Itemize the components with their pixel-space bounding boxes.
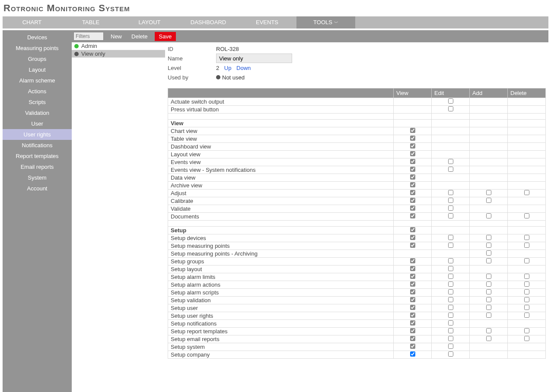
- rights-checkbox[interactable]: [524, 213, 529, 218]
- rights-checkbox[interactable]: [486, 313, 491, 318]
- rights-checkbox[interactable]: [486, 289, 491, 294]
- rights-checkbox[interactable]: [524, 281, 529, 287]
- sidebar-item-validation[interactable]: Validation: [3, 107, 72, 118]
- section-header: Setup: [168, 227, 394, 234]
- top-nav-table[interactable]: TABLE: [61, 16, 120, 28]
- new-button[interactable]: New: [108, 32, 124, 41]
- right-label: Layout view: [168, 151, 394, 158]
- top-nav-tools[interactable]: TOOLS﹀: [296, 16, 355, 28]
- rights-checkbox[interactable]: [448, 320, 453, 326]
- right-label: Events view: [168, 158, 394, 166]
- rights-checkbox[interactable]: [448, 328, 453, 333]
- rights-checkbox[interactable]: [486, 198, 491, 203]
- rights-checkbox[interactable]: [448, 190, 453, 195]
- rights-checkbox[interactable]: [486, 328, 491, 333]
- rights-checkbox[interactable]: [448, 235, 453, 240]
- level-up-link[interactable]: Up: [224, 65, 232, 71]
- rights-checkbox[interactable]: [524, 235, 529, 240]
- rights-checkbox[interactable]: [448, 289, 453, 294]
- rights-checkbox[interactable]: [524, 336, 529, 341]
- rights-checkbox: [410, 336, 415, 341]
- rights-checkbox[interactable]: [448, 106, 453, 111]
- rights-checkbox[interactable]: [524, 274, 529, 279]
- rights-checkbox[interactable]: [486, 297, 491, 302]
- rights-checkbox[interactable]: [524, 258, 529, 263]
- top-nav-chart[interactable]: CHART: [3, 16, 61, 28]
- sidebar-item-user-rights[interactable]: User rights: [3, 129, 72, 140]
- right-label: Setup measuring points: [168, 242, 394, 250]
- rights-checkbox[interactable]: [448, 297, 453, 302]
- right-label: Documents: [168, 213, 394, 221]
- sidebar-item-actions[interactable]: Actions: [3, 86, 72, 97]
- rights-checkbox[interactable]: [524, 305, 529, 310]
- rights-checkbox[interactable]: [448, 205, 453, 211]
- rights-checkbox[interactable]: [486, 281, 491, 287]
- status-dot-icon: [74, 52, 79, 56]
- sidebar-item-scripts[interactable]: Scripts: [3, 97, 72, 107]
- save-button[interactable]: Save: [155, 32, 176, 41]
- sidebar-item-measuring-points[interactable]: Measuring points: [3, 43, 72, 54]
- rights-checkbox[interactable]: [448, 351, 453, 357]
- rights-checkbox[interactable]: [448, 159, 453, 164]
- rights-checkbox[interactable]: [486, 305, 491, 310]
- right-label: Setup devices: [168, 234, 394, 242]
- rights-checkbox[interactable]: [448, 266, 453, 271]
- rights-checkbox[interactable]: [448, 243, 453, 248]
- rights-checkbox[interactable]: [448, 281, 453, 287]
- rights-checkbox[interactable]: [448, 274, 453, 279]
- sidebar-item-notifications[interactable]: Notifications: [3, 140, 72, 151]
- rights-checkbox[interactable]: [486, 274, 491, 279]
- rights-checkbox[interactable]: [448, 198, 453, 203]
- top-nav-layout[interactable]: LAYOUT: [120, 16, 179, 28]
- delete-button[interactable]: Delete: [129, 32, 150, 41]
- rights-checkbox[interactable]: [448, 258, 453, 263]
- rights-checkbox[interactable]: [524, 328, 529, 333]
- right-label: Chart view: [168, 127, 394, 135]
- rights-checkbox[interactable]: [410, 351, 415, 357]
- rights-checkbox[interactable]: [524, 243, 529, 248]
- top-nav-dashboard[interactable]: DASHBOARD: [179, 16, 238, 28]
- rights-checkbox[interactable]: [448, 213, 453, 218]
- rights-checkbox[interactable]: [448, 98, 453, 104]
- sidebar-item-email-reports[interactable]: Email reports: [3, 161, 72, 172]
- rights-checkbox: [410, 344, 415, 349]
- rights-checkbox[interactable]: [486, 190, 491, 195]
- sidebar-item-report-templates[interactable]: Report templates: [3, 151, 72, 161]
- rights-checkbox: [410, 190, 415, 195]
- rights-checkbox[interactable]: [524, 313, 529, 318]
- right-label: Setup company: [168, 351, 394, 359]
- level-down-link[interactable]: Down: [236, 65, 251, 71]
- rights-checkbox: [410, 174, 415, 180]
- rights-checkbox[interactable]: [486, 243, 491, 248]
- rights-checkbox[interactable]: [486, 250, 491, 256]
- rights-checkbox[interactable]: [486, 336, 491, 341]
- rights-checkbox[interactable]: [448, 336, 453, 341]
- rights-checkbox[interactable]: [524, 190, 529, 195]
- role-item[interactable]: Admin: [72, 42, 165, 50]
- rights-checkbox[interactable]: [524, 289, 529, 294]
- sidebar-item-groups[interactable]: Groups: [3, 54, 72, 64]
- rights-checkbox: [410, 128, 415, 133]
- rights-checkbox: [410, 297, 415, 302]
- rights-checkbox[interactable]: [524, 297, 529, 302]
- toolbar: New Delete Save: [72, 30, 548, 42]
- app-title: Rotronic Monitoring System: [0, 0, 551, 16]
- rights-checkbox[interactable]: [486, 258, 491, 263]
- sidebar: DevicesMeasuring pointsGroupsLayoutAlarm…: [3, 30, 72, 392]
- sidebar-item-devices[interactable]: Devices: [3, 32, 72, 43]
- rights-checkbox[interactable]: [448, 305, 453, 310]
- top-nav-events[interactable]: EVENTS: [238, 16, 296, 28]
- name-input[interactable]: [216, 54, 292, 63]
- sidebar-item-account[interactable]: Account: [3, 183, 72, 194]
- rights-checkbox[interactable]: [448, 167, 453, 172]
- rights-checkbox[interactable]: [448, 344, 453, 349]
- sidebar-item-alarm-scheme[interactable]: Alarm scheme: [3, 75, 72, 86]
- role-item[interactable]: View only: [72, 50, 165, 58]
- filter-input[interactable]: [73, 32, 104, 41]
- rights-checkbox[interactable]: [486, 235, 491, 240]
- rights-checkbox[interactable]: [448, 313, 453, 318]
- sidebar-item-user[interactable]: User: [3, 118, 72, 129]
- rights-checkbox[interactable]: [486, 213, 491, 218]
- sidebar-item-system[interactable]: System: [3, 172, 72, 183]
- sidebar-item-layout[interactable]: Layout: [3, 64, 72, 75]
